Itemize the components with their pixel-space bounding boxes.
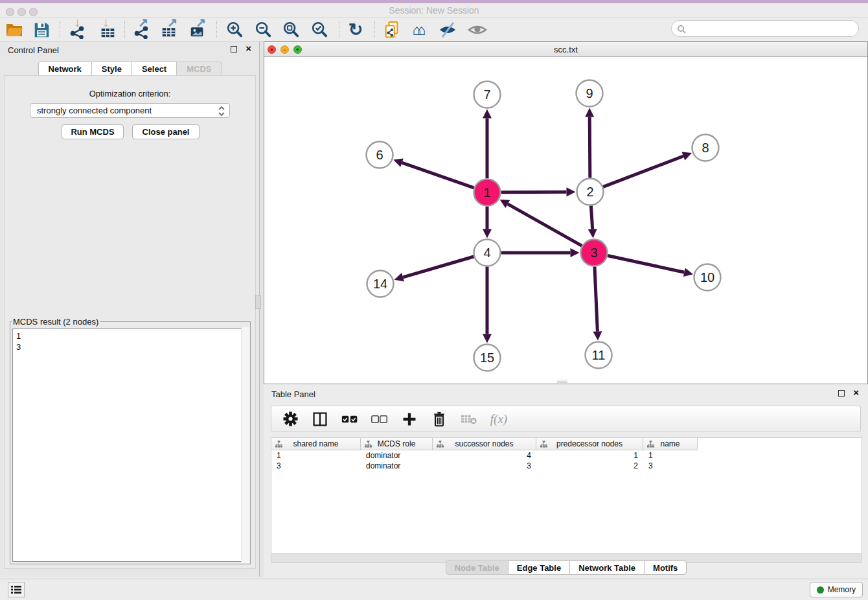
graph-edge-3-10[interactable] — [608, 256, 684, 273]
graph-edge-2-3[interactable] — [591, 205, 592, 229]
graph-edge-1-2[interactable] — [501, 192, 566, 192]
graph-node-9[interactable]: 9 — [577, 80, 603, 107]
column-header-successor-nodes[interactable]: successor nodes — [433, 438, 536, 450]
download-arrow-icon: ↓ — [103, 16, 109, 30]
delete-table-button[interactable] — [459, 410, 479, 428]
zoom-selected-button[interactable] — [308, 19, 330, 40]
table-cell[interactable]: 1 — [643, 450, 698, 461]
close-panel-button[interactable]: Close panel — [132, 124, 200, 139]
graph-node-15[interactable]: 15 — [474, 345, 501, 371]
graph-node-14[interactable]: 14 — [367, 271, 394, 297]
table-cell[interactable]: 1 — [536, 450, 643, 461]
zoom-in-button[interactable] — [223, 19, 246, 40]
zoom-out-button[interactable] — [252, 19, 274, 40]
table-cell[interactable]: 3 — [271, 461, 361, 471]
window-title: Session: New Session — [0, 5, 868, 16]
export-table-button[interactable]: ↗ — [158, 19, 180, 40]
tab-edge-table[interactable]: Edge Table — [508, 560, 570, 575]
tab-motifs[interactable]: Motifs — [644, 560, 687, 575]
network-graph: 7968124314101511 — [264, 57, 867, 384]
titlebar[interactable]: Session: New Session — [0, 3, 868, 17]
tab-node-table[interactable]: Node Table — [446, 560, 508, 575]
tab-mcds[interactable]: MCDS — [176, 62, 222, 76]
graph-edge-3-1[interactable] — [508, 204, 582, 246]
graph-node-1[interactable]: 1 — [474, 179, 501, 206]
tab-style[interactable]: Style — [91, 62, 132, 76]
export-image-button[interactable]: ↗ — [187, 19, 209, 40]
refresh-button[interactable]: ↻ — [345, 19, 367, 40]
graph-edge-2-9[interactable] — [589, 117, 590, 178]
clone-network-button[interactable] — [381, 19, 403, 40]
graph-node-4[interactable]: 4 — [474, 240, 501, 266]
zoom-fit-button[interactable] — [280, 19, 302, 40]
export-arrow-icon: ↗ — [138, 15, 148, 30]
apply-function-button[interactable]: f(x) — [489, 410, 508, 428]
table-row[interactable]: 1dominator411 — [271, 450, 698, 461]
graph-edge-1-6[interactable] — [402, 163, 474, 188]
graph-node-10[interactable]: 10 — [694, 264, 721, 291]
memory-button[interactable]: Memory — [810, 582, 863, 597]
graph-edge-3-11[interactable] — [595, 266, 597, 331]
graph-edge-4-14[interactable] — [403, 257, 474, 277]
mcds-result-text[interactable]: 1 3 — [12, 329, 248, 562]
table-cell[interactable]: 4 — [433, 450, 536, 461]
network-window-titlebar[interactable]: × − + scc.txt — [264, 42, 867, 57]
save-session-button[interactable] — [30, 19, 52, 40]
table-row[interactable]: 3dominator323 — [271, 461, 698, 471]
search-icon — [677, 25, 686, 34]
column-header-name[interactable]: name — [643, 438, 698, 450]
tab-select[interactable]: Select — [131, 62, 177, 76]
task-history-button[interactable] — [8, 582, 25, 597]
table-cell[interactable]: dominator — [361, 461, 433, 471]
deselect-all-rows-button[interactable] — [370, 410, 389, 428]
mcds-result-title: MCDS result (2 nodes) — [12, 317, 100, 327]
scrollbar[interactable] — [241, 327, 249, 563]
table-cell[interactable]: 3 — [433, 461, 536, 471]
network-canvas[interactable]: 7968124314101511 — [264, 57, 867, 384]
svg-text:1: 1 — [483, 185, 490, 200]
window-resize-handle[interactable] — [557, 380, 567, 383]
close-panel-icon[interactable]: × — [853, 387, 859, 398]
graph-node-8[interactable]: 8 — [692, 135, 719, 161]
table-cell[interactable]: 2 — [536, 461, 643, 471]
table-cell[interactable]: 3 — [643, 461, 698, 471]
table-cell[interactable]: dominator — [361, 450, 433, 461]
close-panel-icon[interactable]: × — [246, 43, 251, 54]
import-network-button[interactable]: ↓ — [66, 19, 88, 40]
tab-network-table[interactable]: Network Table — [569, 560, 645, 575]
search-field[interactable] — [671, 20, 859, 37]
show-columns-button[interactable] — [310, 410, 330, 428]
graph-node-7[interactable]: 7 — [474, 82, 501, 108]
graph-node-6[interactable]: 6 — [367, 142, 393, 168]
column-header-shared-name[interactable]: shared name — [271, 438, 361, 450]
import-table-button[interactable]: ↓ — [97, 19, 119, 40]
home-view-button[interactable]: ⌂⌂ — [408, 19, 430, 40]
trash-icon — [431, 411, 447, 428]
graph-node-11[interactable]: 11 — [586, 342, 612, 369]
graph-edge-2-8[interactable] — [603, 156, 683, 187]
svg-text:15: 15 — [480, 351, 494, 365]
open-session-button[interactable] — [3, 19, 25, 40]
tab-network[interactable]: Network — [38, 62, 92, 76]
splitter-handle[interactable] — [255, 295, 261, 309]
create-column-button[interactable] — [400, 410, 419, 428]
node-table[interactable]: shared nameMCDS rolesuccessor nodesprede… — [271, 437, 862, 554]
column-header-MCDS-role[interactable]: MCDS role — [361, 438, 433, 450]
toolbar-separator — [374, 21, 375, 38]
graph-node-2[interactable]: 2 — [577, 179, 604, 205]
hide-elements-button[interactable] — [437, 19, 459, 40]
export-network-button[interactable]: ↗ — [130, 19, 152, 40]
criterion-select[interactable]: strongly connected component — [30, 103, 230, 118]
run-mcds-button[interactable]: Run MCDS — [62, 124, 124, 139]
zoom-out-icon — [254, 21, 272, 39]
column-header-predecessor-nodes[interactable]: predecessor nodes — [536, 438, 643, 450]
float-panel-icon[interactable] — [231, 46, 237, 52]
delete-column-button[interactable] — [429, 410, 449, 428]
table-cell[interactable]: 1 — [271, 450, 361, 461]
table-settings-button[interactable] — [280, 410, 300, 428]
graph-node-3[interactable]: 3 — [581, 240, 608, 266]
float-panel-icon[interactable] — [838, 390, 845, 397]
search-input[interactable] — [689, 22, 854, 35]
show-elements-button[interactable] — [466, 19, 488, 40]
select-all-rows-button[interactable] — [340, 410, 360, 428]
